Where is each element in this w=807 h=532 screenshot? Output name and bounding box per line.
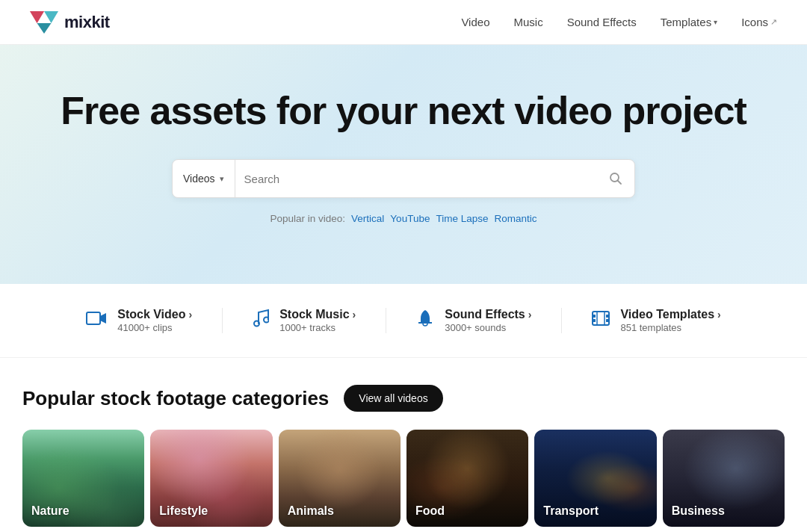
bell-icon [416,309,434,332]
svg-marker-1 [44,11,58,23]
tag-romantic[interactable]: Romantic [494,213,537,224]
category-food-bg: Food [406,430,528,527]
stat-music-title: Stock Music › [279,308,356,321]
svg-marker-3 [30,11,44,23]
svg-marker-7 [100,313,106,324]
stat-video-count: 41000+ clips [117,322,192,333]
svg-rect-10 [593,312,609,325]
logo-text: mixkit [64,13,110,32]
categories-header: Popular stock footage categories View al… [22,385,785,412]
tag-timelapse[interactable]: Time Lapse [436,213,488,224]
logo[interactable]: mixkit [30,11,110,34]
stat-sound-arrow: › [528,309,532,321]
stat-sound-effects[interactable]: Sound Effects › 3000+ sounds [386,308,562,333]
dropdown-arrow-icon: ▾ [220,174,224,184]
stat-video-templates[interactable]: Video Templates › 851 templates [562,308,750,333]
search-type-dropdown[interactable]: Videos ▾ [173,160,235,197]
stat-stock-music[interactable]: Stock Music › 1000+ tracks [223,308,386,333]
stat-video-arrow: › [189,309,193,321]
search-input[interactable] [244,173,606,185]
tag-vertical[interactable]: Vertical [351,213,384,224]
category-animals-bg: Animals [279,430,401,527]
stat-music-count: 1000+ tracks [279,322,356,333]
dropdown-label: Videos [183,173,215,185]
categories-section: Popular stock footage categories View al… [0,358,807,527]
stat-templates-count: 851 templates [620,322,720,333]
category-card-animals[interactable]: Animals [279,430,401,527]
search-input-wrapper [235,169,634,188]
popular-tags: Popular in video: Vertical YouTube Time … [30,213,777,224]
category-animals-label: Animals [288,504,334,518]
nav-sound-effects[interactable]: Sound Effects [567,16,637,28]
stat-templates-arrow: › [717,309,721,321]
nav-icons[interactable]: Icons ↗ [741,16,777,28]
search-container: Videos ▾ [30,159,777,198]
external-link-icon: ↗ [770,17,777,27]
chevron-down-icon: ▾ [714,18,717,26]
nav-music[interactable]: Music [513,16,542,28]
category-card-nature[interactable]: Nature [22,430,144,527]
music-note-icon [253,309,269,332]
category-card-food[interactable]: Food [406,430,528,527]
categories-title: Popular stock footage categories [22,387,329,410]
svg-rect-13 [606,315,609,318]
view-all-videos-button[interactable]: View all videos [344,385,442,412]
popular-label: Popular in video: [270,213,346,224]
stat-sound-title: Sound Effects › [445,308,531,321]
film-strip-icon [592,309,610,332]
nav-templates[interactable]: Templates ▾ [661,16,717,28]
category-card-transport[interactable]: Transport [534,430,656,527]
category-card-lifestyle[interactable]: Lifestyle [150,430,272,527]
category-business-label: Business [672,504,725,518]
category-business-bg: Business [663,430,785,527]
stats-row: Stock Video › 41000+ clips Stock Music ›… [0,284,807,358]
hero-section: Free assets for your next video project … [0,45,807,284]
svg-rect-12 [593,319,596,322]
svg-marker-2 [37,23,52,34]
category-lifestyle-label: Lifestyle [159,504,208,518]
hero-title: Free assets for your next video project [30,90,777,132]
svg-rect-6 [87,312,100,324]
category-transport-label: Transport [543,504,599,518]
stat-stock-video[interactable]: Stock Video › 41000+ clips [56,308,223,333]
category-grid: Nature Lifestyle Animals Food Transport [22,430,785,527]
header: mixkit Video Music Sound Effects Templat… [0,0,807,45]
category-nature-label: Nature [31,504,69,518]
stat-sound-count: 3000+ sounds [445,322,531,333]
category-card-business[interactable]: Business [663,430,785,527]
category-transport-bg: Transport [534,430,656,527]
svg-rect-14 [606,319,609,322]
nav-video[interactable]: Video [461,16,489,28]
tag-youtube[interactable]: YouTube [390,213,430,224]
search-button[interactable] [606,169,625,188]
category-nature-bg: Nature [22,430,144,527]
search-icon [609,172,622,185]
stat-templates-title: Video Templates › [620,308,720,321]
main-nav: Video Music Sound Effects Templates ▾ Ic… [461,16,777,28]
category-food-label: Food [415,504,445,518]
stat-video-title: Stock Video › [117,308,192,321]
svg-line-5 [618,181,622,185]
category-lifestyle-bg: Lifestyle [150,430,272,527]
logo-icon [30,11,58,34]
stat-music-arrow: › [353,309,356,321]
video-camera-icon [86,310,107,331]
search-bar: Videos ▾ [172,159,635,198]
svg-rect-11 [593,315,596,318]
